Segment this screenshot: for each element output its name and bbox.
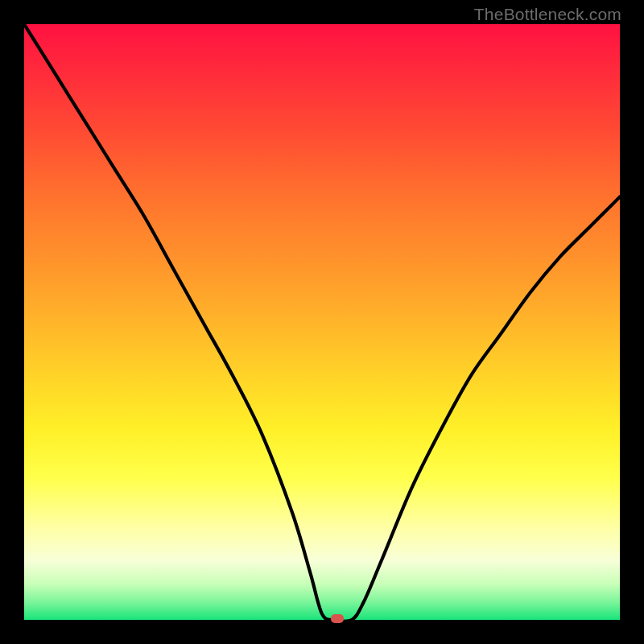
chart-frame: TheBottleneck.com (0, 0, 644, 644)
bottleneck-curve (24, 24, 620, 620)
optimal-point-marker (331, 614, 344, 623)
plot-area (24, 24, 620, 620)
watermark-label: TheBottleneck.com (474, 5, 621, 24)
